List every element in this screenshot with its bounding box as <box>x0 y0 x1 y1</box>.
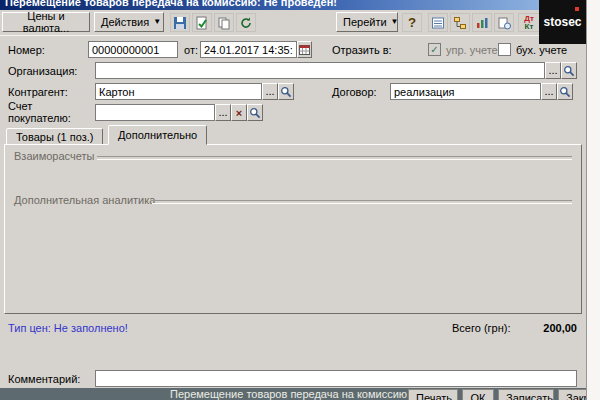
contractor-label: Контрагент: <box>8 86 68 98</box>
contract-choose-button[interactable]: ... <box>541 83 557 100</box>
document-list-icon <box>431 16 445 30</box>
comment-input[interactable] <box>95 370 577 387</box>
price-type-link[interactable]: Тип цен: Не заполнено! <box>8 322 128 334</box>
contract-label: Договор: <box>332 86 377 98</box>
check-icon: ✓ <box>430 44 438 55</box>
help-icon: ? <box>408 15 416 30</box>
document-list-button[interactable] <box>428 13 448 32</box>
print-form-link[interactable]: Перемещение товаров передача на комиссию <box>170 388 407 400</box>
post-document-button[interactable] <box>192 13 212 32</box>
copy-button[interactable] <box>214 13 234 32</box>
group-divider <box>97 156 572 160</box>
acc-accounting-checkbox[interactable] <box>498 43 511 56</box>
contract-input[interactable] <box>390 83 541 100</box>
contractor-input[interactable] <box>95 83 262 100</box>
acc-accounting-label: бух. учете <box>516 44 567 56</box>
related-documents-icon <box>497 16 511 30</box>
refresh-icon <box>239 16 253 30</box>
invoice-lookup-button[interactable] <box>247 104 263 121</box>
save-button[interactable] <box>170 13 190 32</box>
save-record-button[interactable]: Записать <box>498 389 554 400</box>
window-title: Перемещение товаров передача на комиссию… <box>5 0 337 8</box>
organization-choose-button[interactable]: ... <box>545 62 561 79</box>
document-window: Перемещение товаров передача на комиссию… <box>0 0 587 400</box>
close-button[interactable]: Закрыть <box>558 389 586 400</box>
prices-currency-button[interactable]: Цены и валюта... <box>2 12 90 32</box>
organization-label: Организация: <box>8 65 77 77</box>
dtkt-icon: Дт Кт <box>524 15 534 31</box>
print-button[interactable]: Печать <box>408 389 458 400</box>
group-divider <box>152 200 572 204</box>
number-label: Номер: <box>8 44 45 56</box>
dtkt-button[interactable]: Дт Кт <box>518 13 540 32</box>
invoice-choose-button[interactable]: ... <box>215 104 231 121</box>
subordination-structure-icon <box>453 16 467 30</box>
mgmt-accounting-checkbox[interactable]: ✓ <box>428 43 441 56</box>
invoice-clear-button[interactable]: × <box>231 104 247 121</box>
number-input[interactable] <box>88 41 178 58</box>
analytics-group-label: Дополнительная аналитика <box>14 194 155 206</box>
toolbar: Цены и валюта... Действия ▼ Перейти ▼ ? <box>0 10 586 36</box>
date-input[interactable] <box>200 41 297 58</box>
goto-menu-button[interactable]: Перейти ▼ <box>336 12 398 32</box>
total-label: Всего (грн): <box>452 322 511 334</box>
contract-lookup-button[interactable] <box>557 83 573 100</box>
calendar-button[interactable] <box>297 41 312 58</box>
actions-menu-button[interactable]: Действия ▼ <box>94 12 164 32</box>
reflect-label: Отразить в: <box>332 44 392 56</box>
watermark-text: stosec <box>543 15 581 29</box>
ok-button[interactable]: ОК <box>462 389 494 400</box>
contractor-choose-button[interactable]: ... <box>262 83 278 100</box>
tab-panel <box>4 144 582 314</box>
organization-input[interactable] <box>95 62 545 79</box>
report-button[interactable] <box>472 13 492 32</box>
help-button[interactable]: ? <box>402 13 422 32</box>
bottom-bar: Перемещение товаров передача на комиссию… <box>0 388 586 400</box>
tab-additional[interactable]: Дополнительно <box>108 125 207 145</box>
watermark-dot-icon <box>575 7 579 11</box>
mgmt-accounting-label: упр. учете <box>446 44 498 56</box>
clear-icon: × <box>236 108 242 118</box>
chevron-down-icon: ▼ <box>391 18 399 26</box>
subordination-structure-button[interactable] <box>450 13 470 32</box>
magnifier-icon <box>249 107 261 119</box>
copy-icon <box>217 16 231 30</box>
related-documents-button[interactable] <box>494 13 514 32</box>
post-document-icon <box>195 16 209 30</box>
watermark-badge: stosec <box>539 0 586 44</box>
contractor-lookup-button[interactable] <box>278 83 294 100</box>
calendar-icon <box>299 44 310 55</box>
date-label: от: <box>184 44 198 56</box>
organization-lookup-button[interactable] <box>561 62 577 79</box>
magnifier-icon <box>280 86 292 98</box>
settlements-group-label: Взаиморасчеты <box>14 150 94 162</box>
total-value: 200,00 <box>505 322 577 334</box>
refresh-button[interactable] <box>236 13 256 32</box>
magnifier-icon <box>563 65 575 77</box>
invoice-label: Счет покупателю: <box>8 100 86 124</box>
chevron-down-icon: ▼ <box>153 18 161 26</box>
title-bar: Перемещение товаров передача на комиссию… <box>0 0 586 10</box>
comment-label: Комментарий: <box>8 373 80 385</box>
report-icon <box>475 16 489 30</box>
magnifier-icon <box>559 86 571 98</box>
save-icon <box>173 16 187 30</box>
tab-goods[interactable]: Товары (1 поз.) <box>6 128 103 145</box>
invoice-input[interactable] <box>95 104 215 121</box>
